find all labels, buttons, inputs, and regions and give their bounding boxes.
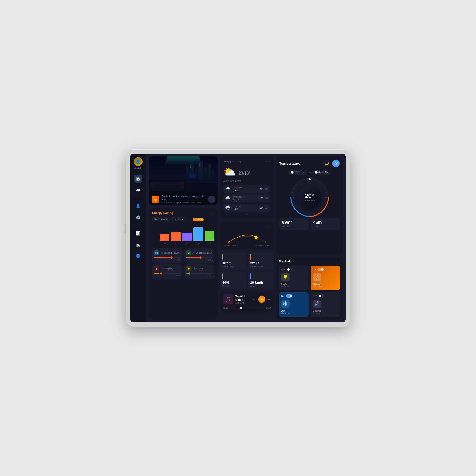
time-to-pill[interactable]: 🕑02:30 AM [312, 170, 331, 175]
username: Mr.Vitaliy [134, 167, 142, 170]
bar-peak-label: 32.7 KWH [193, 218, 204, 221]
device-light-switch[interactable] [287, 268, 293, 271]
usage-light-label: Light ($72) [193, 268, 203, 270]
usage-climate: 🌡️ Climate ($86) 30% [152, 264, 183, 279]
forecast-tomorrow-temps: 20° / 18° [259, 188, 269, 190]
device-light: OFF 💡 Light 2hr 19min [279, 266, 309, 290]
user-profile[interactable]: 👤 Mr.Vitaliy [134, 157, 143, 170]
sun-labels: Sunset 6:30 PM Sunrise 7:21 AM [223, 244, 271, 247]
prev-button[interactable]: ⏮ [253, 298, 256, 301]
device-light-time: 2hr 19min [281, 286, 306, 288]
music-total-time: 04:17 [266, 307, 271, 309]
devices-menu[interactable]: :: [337, 259, 340, 263]
weather-menu[interactable]: ··· [266, 160, 271, 163]
main-content: 👆 Control your favorite room in-app with… [146, 153, 346, 323]
sensor-bar-outdoor [250, 254, 251, 260]
sensor-bar-indoor [222, 254, 223, 260]
sidebar: 👤 Mr.Vitaliy 🏠 ☁️ 👤 ⚙️ 📊 🏔️ 🔵 [130, 153, 146, 323]
device-ac: ON ❄️ AC 8hr 23min [279, 292, 309, 317]
device-light-name: Light [281, 283, 306, 286]
collapse-forecast-button[interactable]: ⌄ [223, 213, 271, 216]
device-light-icon: 💡 [281, 273, 289, 281]
sidebar-item-mountain[interactable]: 🏔️ [134, 240, 142, 249]
device-light-toggle-row: OFF [281, 268, 306, 271]
sidebar-item-settings[interactable]: ⚙️ [134, 213, 142, 221]
usage-light-icon: 💡 [186, 266, 191, 271]
music-artwork: 🎵 [223, 294, 233, 305]
sensor-outdoor-temp: 22° C Outdoor temp [248, 252, 274, 270]
filter-device[interactable]: Device [171, 217, 186, 221]
device-sound-toggle-label: OFF [313, 295, 317, 297]
svg-rect-9 [190, 165, 191, 166]
bar-22[interactable]: 32.7 KWH 22 [193, 224, 203, 240]
snow-icon-button[interactable]: ❄️ [332, 160, 340, 167]
device-ac-switch[interactable] [286, 294, 292, 298]
filter-month[interactable]: November [152, 217, 170, 221]
weather-temp-main: 23/13° [238, 167, 251, 177]
device-sound: OFF 🔊 Sound 4hr 02min [311, 292, 340, 317]
device-frame: 👤 Mr.Vitaliy 🏠 ☁️ 👤 ⚙️ 📊 🏔️ 🔵 [126, 149, 350, 327]
room-overlay [149, 171, 218, 194]
temp-header: Temperature 🌙 ❄️ [279, 160, 340, 167]
promo-arrow[interactable]: → [208, 196, 215, 203]
device-climate-switch[interactable] [317, 268, 324, 271]
music-progress: 02:16 04:17 [223, 307, 271, 309]
time-from-pill[interactable]: 🕙10:30 PM [289, 170, 307, 175]
devices-header: My device :: [279, 259, 340, 263]
stats-row: 69m² First flor 46m Time [279, 218, 340, 230]
sidebar-item-cloud[interactable]: ☁️ [134, 186, 142, 194]
room-card: 👆 Control your favorite room in-app with… [149, 156, 218, 205]
usage-air2: 🔊 Air Conditions ($173) 58% [184, 249, 215, 263]
bar-19: 19 [160, 224, 170, 240]
device-climate-icon: 🌡️ [313, 273, 321, 281]
temperature-knob[interactable]: 10° 20° 30° 20° Temperature [279, 178, 340, 216]
forecast-wednesday-icon: ⛈️ [225, 196, 230, 201]
moon-icon-button[interactable]: 🌙 [323, 160, 330, 167]
sensor-label-humidity: Humidity [222, 285, 244, 287]
weather-header: Today [02.11.21] ··· [223, 160, 271, 163]
progress-track[interactable] [230, 308, 264, 308]
sensor-indoor-temp: 18° C Indoor temp [220, 252, 246, 270]
promo-text: Control your favorite room in-app with a… [161, 195, 206, 204]
power-button[interactable] [125, 224, 126, 233]
stat-area-value: 69m² [282, 220, 306, 225]
usage-light-pct: 15% [186, 275, 213, 277]
stat-time-value: 46m [313, 220, 337, 225]
bar-fill-19 [160, 234, 170, 240]
temperature-card: Temperature 🌙 ❄️ 🕙10:30 PM to 🕑02:30 AM [276, 156, 343, 254]
bar-20: 20 [171, 224, 181, 240]
forecast-thursday-day: Thursday [233, 205, 257, 207]
device-sound-switch[interactable] [319, 294, 325, 298]
svg-marker-1 [164, 156, 203, 166]
svg-rect-11 [190, 167, 191, 168]
usage-air2-track [186, 257, 213, 258]
bar-fill-20 [171, 232, 181, 241]
energy-title: Energy Saving [152, 211, 173, 215]
sidebar-item-user[interactable]: 👤 [134, 202, 142, 210]
music-current-time: 02:16 [223, 307, 228, 309]
next-button[interactable]: ⏭ [268, 298, 271, 301]
device-ac-icon: ❄️ [281, 300, 289, 308]
forecast-tomorrow-icon: 🌧️ [225, 187, 230, 192]
energy-card: Energy Saving ··· November Device 1 [149, 208, 218, 320]
middle-column: Today [02.11.21] ··· ⛅ 23/13° A sun with… [220, 156, 274, 320]
sidebar-item-chart[interactable]: 📊 [134, 229, 142, 238]
knob-temp-value: 20° [305, 193, 314, 199]
sidebar-item-home[interactable]: 🏠 [134, 174, 142, 183]
usage-air1-track [154, 257, 181, 258]
sun-menu[interactable]: ··· [223, 225, 271, 228]
music-title: Tequila Shots [236, 295, 250, 302]
sidebar-item-dot[interactable]: 🔵 [134, 252, 142, 260]
forecast-thursday: 🌧️ Thursday Rain 17° / 13° [223, 204, 271, 212]
music-card: 🎵 Tequila Shots Kid Cudi ⏮ ▶ ⏭ 02:16 [220, 291, 274, 312]
weather-forecast-list: 🌧️ Tomorrow Rain 20° / 18° ⛈️ Wednesday [223, 185, 271, 212]
promo-sub: Discover our support benefits, with one … [161, 202, 206, 204]
weather-description: A sun with a cool [223, 180, 271, 182]
usage-air1-fill [154, 257, 172, 258]
energy-menu[interactable]: ··· [210, 211, 214, 215]
stat-area: 69m² First flor [279, 218, 309, 230]
play-button[interactable]: ▶ [258, 296, 265, 303]
bar-21: 21 [182, 224, 192, 240]
devices-grid: OFF 💡 Light 2hr 19min [279, 266, 340, 317]
stat-area-label: First flor [282, 225, 306, 228]
